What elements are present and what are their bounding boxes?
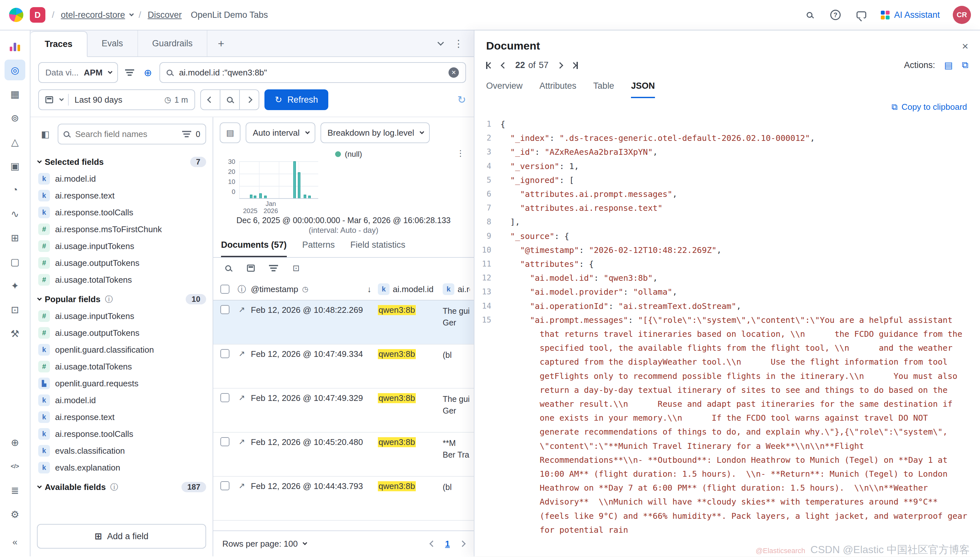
model-id-column-header[interactable]: k ai.model.id (378, 283, 440, 295)
apps-grid-icon[interactable]: ⊞ (5, 227, 25, 248)
date-picker[interactable]: Last 90 days ◷ 1 m (38, 90, 195, 110)
breadcrumb-discover[interactable]: Discover (148, 10, 182, 20)
auto-refresh-icon[interactable]: ↻ (457, 94, 466, 106)
copy-to-clipboard-button[interactable]: ⧉ Copy to clipboard (892, 102, 967, 112)
histogram-bar[interactable] (264, 195, 267, 198)
add-filter-icon[interactable]: ⊕ (141, 66, 154, 79)
grid-search-icon[interactable] (222, 264, 234, 273)
services-icon[interactable]: ⊚ (5, 107, 25, 128)
table-row[interactable]: ↗Feb 12, 2026 @ 10:44:43.793qwen3:8b(bl (213, 477, 474, 521)
row-checkbox[interactable] (220, 437, 229, 446)
tab-patterns[interactable]: Patterns (302, 240, 335, 257)
row-checkbox[interactable] (220, 481, 229, 490)
chart-legend[interactable]: (null) (335, 150, 362, 159)
elastic-logo[interactable] (9, 8, 23, 22)
field-item[interactable]: #ai.usage.totalTokens (31, 271, 212, 288)
first-document-icon[interactable] (486, 62, 493, 69)
available-fields-header[interactable]: Available fields ⓘ 187 (31, 476, 212, 495)
deployment-badge[interactable]: D (30, 7, 46, 23)
field-item[interactable]: kopenlit.guard.classification (31, 341, 212, 358)
dashboards-icon[interactable]: ▦ (5, 83, 25, 104)
settings-icon[interactable]: ⚙ (5, 504, 25, 524)
field-item[interactable]: kai.model.id (31, 170, 212, 187)
last-document-icon[interactable] (571, 62, 578, 69)
alerts-icon[interactable]: △ (5, 132, 25, 152)
sort-desc-icon[interactable]: ↓ (367, 284, 375, 294)
tab-field-statistics[interactable]: Field statistics (350, 240, 405, 257)
chart-kebab-icon[interactable]: ⋮ (456, 148, 465, 158)
tab-options-kebab-icon[interactable]: ⋮ (454, 38, 464, 49)
add-integrations-icon[interactable]: ⊕ (5, 432, 25, 453)
current-page-button[interactable]: 1 (445, 539, 450, 549)
field-item[interactable]: #ai.usage.totalTokens (31, 358, 212, 375)
timestamp-column-header[interactable]: @timestamp ◷ ↓ (251, 284, 375, 294)
field-search-box[interactable]: 0 (58, 124, 206, 145)
observability-home-icon[interactable]: ◎ (5, 60, 25, 80)
histogram-bar[interactable] (250, 195, 252, 198)
close-flyout-icon[interactable]: × (962, 41, 969, 52)
tab-traces[interactable]: Traces (31, 31, 88, 57)
doc-viewer-tab-json[interactable]: JSON (631, 81, 655, 98)
field-item[interactable]: kai.model.id (31, 392, 212, 409)
dependencies-icon[interactable]: ∿ (5, 204, 25, 224)
infrastructure-icon[interactable]: ▢ (5, 251, 25, 272)
field-item[interactable]: kevals.classification (31, 442, 212, 459)
field-item[interactable]: ▙openlit.guard.requests (31, 375, 212, 392)
field-search-input[interactable] (74, 129, 178, 140)
field-item[interactable]: kai.response.text (31, 409, 212, 425)
doc-viewer-tab-table[interactable]: Table (593, 81, 614, 98)
view-single-document-icon[interactable]: ▤ (944, 60, 953, 71)
filter-icon[interactable] (123, 66, 136, 79)
column-info-icon[interactable]: ⓘ (235, 284, 248, 295)
table-row[interactable]: ↗Feb 12, 2026 @ 10:47:49.329qwen3:8bThe … (213, 389, 474, 433)
expand-row-icon[interactable]: ↗ (235, 349, 248, 358)
histogram-bar[interactable] (259, 193, 262, 198)
breadcrumb-project[interactable]: otel-record-store (61, 10, 132, 20)
rows-per-page-select[interactable]: Rows per page: 100 (222, 539, 305, 549)
chart-options-icon[interactable]: ▤ (220, 122, 240, 143)
copy-document-icon[interactable]: ⧉ (962, 60, 969, 71)
console-icon[interactable]: </> (5, 456, 25, 477)
refresh-button[interactable]: ↻ Refresh (265, 90, 328, 110)
doc-viewer-tab-attributes[interactable]: Attributes (540, 81, 577, 98)
breakdown-select[interactable]: Breakdown by log.level (320, 122, 430, 143)
expand-row-icon[interactable]: ↗ (235, 481, 248, 490)
field-item[interactable]: #ai.response.msToFirstChunk (31, 221, 212, 238)
expand-row-icon[interactable]: ↗ (235, 393, 248, 402)
field-item[interactable]: #ai.usage.outputTokens (31, 254, 212, 271)
row-checkbox[interactable] (220, 305, 229, 314)
clear-query-icon[interactable]: ✕ (449, 67, 459, 78)
interval-select[interactable]: Auto interval (246, 122, 315, 143)
slos-icon[interactable]: ◔ (5, 179, 25, 200)
previous-document-icon[interactable] (501, 63, 506, 68)
histogram-bar[interactable] (293, 161, 296, 198)
response-text-column-header[interactable]: k ai.response.text (443, 283, 470, 295)
add-tab-button[interactable]: + (207, 31, 235, 56)
analytics-logo-icon[interactable] (5, 36, 25, 56)
time-window-next-button[interactable] (239, 90, 259, 110)
field-item[interactable]: kai.response.toolCalls (31, 204, 212, 221)
cases-icon[interactable]: ▣ (5, 155, 25, 176)
field-item[interactable]: kai.response.text (31, 187, 212, 204)
profiling-icon[interactable]: ⊡ (5, 299, 25, 320)
feedback-icon[interactable] (855, 8, 868, 21)
next-document-icon[interactable] (558, 63, 562, 68)
field-item[interactable]: #ai.usage.inputTokens (31, 238, 212, 254)
doc-viewer-tab-overview[interactable]: Overview (486, 81, 523, 98)
field-item[interactable]: #ai.usage.inputTokens (31, 308, 212, 324)
histogram-bar[interactable] (308, 195, 311, 198)
ai-assistant-button[interactable]: AI Assistant (881, 10, 940, 20)
global-search-icon[interactable] (803, 8, 816, 21)
selected-fields-header[interactable]: Selected fields 7 (31, 151, 212, 170)
collapse-rail-icon[interactable]: « (5, 532, 25, 552)
field-filter-icon[interactable] (182, 131, 191, 137)
expand-row-icon[interactable]: ↗ (235, 305, 248, 314)
stack-management-icon[interactable]: ≣ (5, 480, 25, 501)
histogram-bar[interactable] (304, 195, 306, 198)
time-window-zoom-button[interactable] (220, 90, 240, 110)
time-window-prev-button[interactable] (200, 90, 220, 110)
field-item[interactable]: kai.response.toolCalls (31, 425, 212, 442)
json-code-viewer[interactable]: 1{2 "_index": ".ds-traces-generic.otel-d… (474, 115, 980, 556)
row-checkbox[interactable] (220, 349, 229, 358)
histogram-bar[interactable] (254, 195, 256, 198)
